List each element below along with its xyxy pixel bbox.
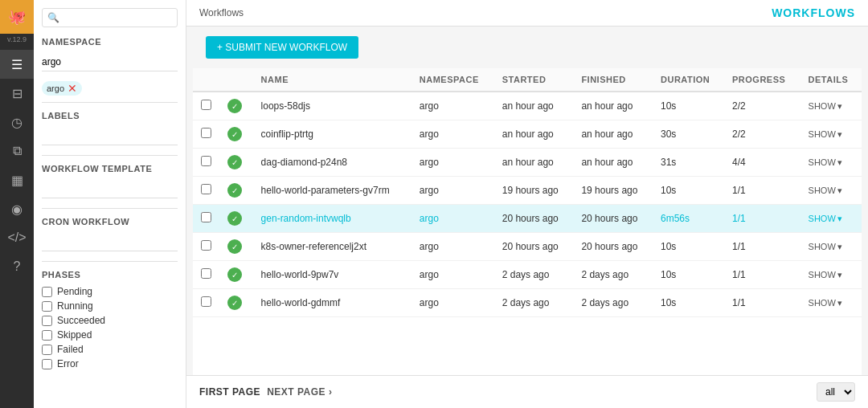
table-row[interactable]: ✓ hello-world-parameters-gv7rm argo 19 h… bbox=[193, 177, 862, 205]
table-row[interactable]: ✓ coinflip-ptrtg argo an hour ago an hou… bbox=[193, 120, 862, 149]
row-duration-cell: 10s bbox=[653, 177, 724, 205]
row-finished-cell: 2 days ago bbox=[573, 289, 653, 317]
row-details-cell[interactable]: SHOW ▾ bbox=[800, 177, 862, 205]
search-icon: 🔍 bbox=[47, 12, 59, 23]
row-name-cell[interactable]: gen-random-intvwqlb bbox=[253, 205, 411, 233]
row-name-cell[interactable]: hello-world-gdmmf bbox=[253, 289, 411, 317]
row-details-cell[interactable]: SHOW ▾ bbox=[800, 233, 862, 261]
nav-chart-icon[interactable]: ▦ bbox=[0, 165, 34, 194]
row-checkbox[interactable] bbox=[201, 184, 211, 194]
show-details-button[interactable]: SHOW ▾ bbox=[809, 270, 854, 280]
workflows-table: NAME NAMESPACE STARTED FINISHED DURATION… bbox=[193, 68, 862, 317]
row-progress-cell: 1/1 bbox=[724, 177, 800, 205]
row-progress-cell: 1/1 bbox=[724, 261, 800, 289]
show-details-button[interactable]: SHOW ▾ bbox=[809, 298, 854, 308]
show-details-button[interactable]: SHOW ▾ bbox=[809, 157, 854, 168]
next-page-button[interactable]: NEXT PAGE bbox=[267, 386, 332, 398]
row-name-cell[interactable]: loops-58djs bbox=[253, 92, 411, 120]
row-name-cell[interactable]: hello-world-parameters-gv7rm bbox=[253, 177, 411, 205]
nav-clock-icon[interactable]: ◷ bbox=[0, 108, 34, 137]
row-name-cell[interactable]: k8s-owner-referencelj2xt bbox=[253, 233, 411, 261]
labels-input[interactable] bbox=[42, 127, 178, 145]
app-version: v.12.9 bbox=[7, 35, 27, 43]
row-namespace-cell: argo bbox=[411, 177, 494, 205]
submit-new-workflow-button[interactable]: + SUBMIT NEW WORKFLOW bbox=[206, 36, 358, 59]
row-checkbox[interactable] bbox=[201, 100, 211, 110]
row-checkbox[interactable] bbox=[201, 296, 211, 307]
nav-help-icon[interactable]: ? bbox=[0, 252, 34, 281]
phase-skipped-label: Skipped bbox=[57, 329, 92, 341]
nav-home-icon[interactable]: ⊟ bbox=[0, 79, 34, 108]
table-row[interactable]: ✓ loops-58djs argo an hour ago an hour a… bbox=[193, 92, 862, 120]
table-row[interactable]: ✓ dag-diamond-p24n8 argo an hour ago an … bbox=[193, 149, 862, 177]
show-details-button[interactable]: SHOW ▾ bbox=[809, 186, 854, 196]
pagination-bar: FIRST PAGE NEXT PAGE all 10 20 50 bbox=[186, 375, 868, 408]
phase-failed-checkbox[interactable] bbox=[42, 345, 52, 355]
status-succeeded-icon: ✓ bbox=[227, 183, 242, 198]
status-succeeded-icon: ✓ bbox=[227, 155, 242, 169]
search-input[interactable] bbox=[63, 12, 172, 23]
show-details-button[interactable]: SHOW ▾ bbox=[809, 214, 854, 224]
row-details-cell[interactable]: SHOW ▾ bbox=[800, 120, 862, 149]
row-status-cell: ✓ bbox=[219, 177, 253, 205]
row-checkbox[interactable] bbox=[201, 128, 211, 138]
nav-user-icon[interactable]: ◉ bbox=[0, 194, 34, 223]
row-status-cell: ✓ bbox=[219, 205, 253, 233]
row-details-cell[interactable]: SHOW ▾ bbox=[800, 92, 862, 120]
table-row[interactable]: ✓ k8s-owner-referencelj2xt argo 20 hours… bbox=[193, 233, 862, 261]
filter-panel: 🔍 NAMESPACE argo ✕ LABELS WORKFLOW TEMPL… bbox=[34, 0, 186, 408]
cron-workflow-input[interactable] bbox=[42, 233, 178, 251]
show-details-button[interactable]: SHOW ▾ bbox=[809, 101, 854, 112]
row-name-cell[interactable]: hello-world-9pw7v bbox=[253, 261, 411, 289]
top-bar: Workflows WORKFLOWS bbox=[186, 0, 868, 27]
chevron-down-icon: ▾ bbox=[837, 270, 842, 280]
nav-menu-icon[interactable]: ☰ bbox=[0, 50, 34, 79]
show-details-button[interactable]: SHOW ▾ bbox=[809, 242, 854, 252]
table-row[interactable]: ✓ gen-random-intvwqlb argo 20 hours ago … bbox=[193, 205, 862, 233]
phase-succeeded-checkbox[interactable] bbox=[42, 316, 52, 326]
namespace-remove-button[interactable]: ✕ bbox=[68, 83, 77, 94]
nav-layers-icon[interactable]: ⧉ bbox=[0, 137, 34, 165]
chevron-down-icon: ▾ bbox=[837, 298, 842, 308]
first-page-button[interactable]: FIRST PAGE bbox=[199, 386, 260, 398]
search-box[interactable]: 🔍 bbox=[42, 8, 178, 27]
phase-pending-label: Pending bbox=[57, 286, 92, 297]
table-row[interactable]: ✓ hello-world-9pw7v argo 2 days ago 2 da… bbox=[193, 261, 862, 289]
row-details-cell[interactable]: SHOW ▾ bbox=[800, 205, 862, 233]
page-size-select[interactable]: all 10 20 50 bbox=[817, 382, 855, 402]
nav-code-icon[interactable]: </> bbox=[0, 223, 34, 252]
phase-error-checkbox[interactable] bbox=[42, 359, 52, 369]
row-name-cell[interactable]: coinflip-ptrtg bbox=[253, 120, 411, 149]
col-namespace: NAMESPACE bbox=[411, 68, 494, 92]
namespace-tag: argo ✕ bbox=[42, 81, 82, 96]
row-checkbox[interactable] bbox=[201, 156, 211, 166]
phase-running-checkbox[interactable] bbox=[42, 301, 52, 312]
row-checkbox-cell bbox=[193, 261, 219, 289]
chevron-down-icon: ▾ bbox=[837, 242, 842, 252]
row-name-cell[interactable]: dag-diamond-p24n8 bbox=[253, 149, 411, 177]
namespace-label: NAMESPACE bbox=[42, 37, 178, 47]
row-progress-cell: 4/4 bbox=[724, 149, 800, 177]
row-details-cell[interactable]: SHOW ▾ bbox=[800, 289, 862, 317]
chevron-down-icon: ▾ bbox=[837, 101, 842, 112]
row-checkbox[interactable] bbox=[201, 240, 211, 251]
phase-skipped-checkbox[interactable] bbox=[42, 330, 52, 341]
col-name: NAME bbox=[253, 68, 411, 92]
namespace-input[interactable] bbox=[42, 53, 178, 71]
table-row[interactable]: ✓ hello-world-gdmmf argo 2 days ago 2 da… bbox=[193, 289, 862, 317]
phase-pending-checkbox[interactable] bbox=[42, 287, 52, 297]
workflow-template-input[interactable] bbox=[42, 180, 178, 198]
row-finished-cell: 20 hours ago bbox=[573, 205, 653, 233]
row-status-cell: ✓ bbox=[219, 92, 253, 120]
row-details-cell[interactable]: SHOW ▾ bbox=[800, 149, 862, 177]
row-duration-cell: 31s bbox=[653, 149, 724, 177]
col-started: STARTED bbox=[494, 68, 574, 92]
col-status bbox=[219, 68, 253, 92]
chevron-down-icon: ▾ bbox=[837, 129, 842, 140]
workflows-table-container: NAME NAMESPACE STARTED FINISHED DURATION… bbox=[193, 68, 862, 375]
row-checkbox[interactable] bbox=[201, 212, 211, 222]
row-details-cell[interactable]: SHOW ▾ bbox=[800, 261, 862, 289]
show-details-button[interactable]: SHOW ▾ bbox=[809, 129, 854, 140]
row-checkbox[interactable] bbox=[201, 268, 211, 279]
row-checkbox-cell bbox=[193, 120, 219, 149]
